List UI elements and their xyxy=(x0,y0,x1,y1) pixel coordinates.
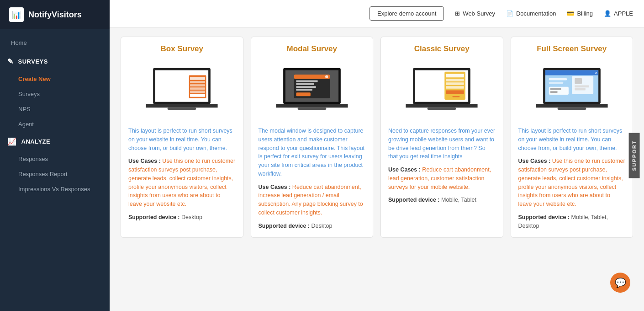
svg-rect-16 xyxy=(296,80,317,82)
card-desc-modal: The modal window is designed to capture … xyxy=(259,127,366,178)
svg-rect-39 xyxy=(549,82,563,84)
svg-rect-29 xyxy=(446,86,464,89)
device-value-modal: Desktop xyxy=(311,223,333,229)
svg-rect-45 xyxy=(550,88,561,90)
billing-icon: 💳 xyxy=(567,10,574,17)
svg-rect-41 xyxy=(575,78,582,84)
use-cases-label-modal: Use Cases : xyxy=(259,184,291,190)
surveys-icon: ✎ xyxy=(7,57,14,66)
survey-cards-grid: Box Survey This layout is perfect to run… xyxy=(121,37,633,238)
user-icon: 👤 xyxy=(604,10,611,17)
svg-rect-14 xyxy=(294,75,330,79)
svg-rect-3 xyxy=(190,77,205,80)
svg-rect-38 xyxy=(549,78,566,80)
support-tab[interactable]: SUPPORT xyxy=(628,133,639,178)
billing-link[interactable]: 💳 Billing xyxy=(567,10,593,17)
card-desc-fullscreen: This layout is perfect to run short surv… xyxy=(518,127,626,152)
card-title-modal: Modal Survey xyxy=(259,44,366,54)
device-label-box: Supported device : xyxy=(128,214,180,220)
svg-rect-10 xyxy=(168,107,196,110)
chat-bubble[interactable]: 💬 xyxy=(610,273,630,293)
svg-rect-44 xyxy=(549,87,568,95)
sidebar-section-analyze: 📈 ANALYZE xyxy=(0,132,110,151)
device-label-modal: Supported device : xyxy=(259,223,310,229)
use-cases-label-box: Use Cases : xyxy=(128,158,161,164)
use-cases-label-fullscreen: Use Cases : xyxy=(518,158,551,164)
logo-icon: 📊 xyxy=(9,7,24,22)
svg-rect-46 xyxy=(550,91,558,93)
svg-rect-26 xyxy=(446,74,464,77)
sidebar-item-create-new[interactable]: Create New xyxy=(0,71,110,86)
sidebar-item-impressions[interactable]: Impressions Vs Responses xyxy=(0,182,110,197)
grid-icon: ⊞ xyxy=(455,10,460,17)
device-label-classic: Supported device : xyxy=(388,197,440,203)
card-image-modal xyxy=(259,60,366,119)
device-value-classic: Mobile, Tablet xyxy=(441,197,476,203)
documentation-link[interactable]: 📄 Documentation xyxy=(506,10,556,17)
main-area: Explore demo account ⊞ Web Survey 📄 Docu… xyxy=(110,0,644,311)
svg-rect-21 xyxy=(276,104,348,107)
svg-rect-31 xyxy=(453,96,460,97)
card-desc-classic: Need to capture responses from your ever… xyxy=(388,127,496,161)
svg-rect-48 xyxy=(557,107,586,110)
svg-rect-22 xyxy=(297,107,326,110)
svg-text:✕: ✕ xyxy=(595,71,598,75)
svg-rect-36 xyxy=(545,70,598,75)
svg-rect-47 xyxy=(536,104,607,107)
card-device-fullscreen: Supported device : Mobile, Tablet, Deskt… xyxy=(518,213,626,231)
survey-card-modal[interactable]: Modal Survey The modal window is designe… xyxy=(251,37,374,238)
sidebar-item-home[interactable]: Home xyxy=(0,34,110,52)
logo-text: NotifyVisitors xyxy=(28,10,82,20)
sidebar-item-agent[interactable]: Agent xyxy=(0,117,110,132)
sidebar-item-responses[interactable]: Responses xyxy=(0,151,110,166)
svg-rect-20 xyxy=(296,92,310,96)
svg-rect-30 xyxy=(446,91,464,94)
device-value-box: Desktop xyxy=(181,214,202,220)
analyze-icon: 📈 xyxy=(7,137,17,146)
survey-card-classic[interactable]: Classic Survey Need to capture responses… xyxy=(380,37,503,238)
svg-rect-43 xyxy=(575,88,586,91)
svg-rect-5 xyxy=(190,84,205,86)
card-image-fullscreen: ✕ xyxy=(518,60,626,119)
svg-rect-4 xyxy=(190,81,205,83)
web-survey-link[interactable]: ⊞ Web Survey xyxy=(455,10,495,17)
sidebar: 📊 NotifyVisitors Home ✎ SURVEYS Create N… xyxy=(0,0,110,311)
card-desc-box: This layout is perfect to run short surv… xyxy=(128,127,236,152)
explore-demo-button[interactable]: Explore demo account xyxy=(370,6,444,21)
content-area: Box Survey This layout is perfect to run… xyxy=(110,27,644,311)
sidebar-item-nps[interactable]: NPS xyxy=(0,102,110,117)
svg-point-15 xyxy=(325,75,328,78)
survey-card-fullscreen[interactable]: Full Screen Survey ✕ This layout is perf… xyxy=(511,37,633,238)
sidebar-section-surveys: ✎ SURVEYS xyxy=(0,52,110,71)
svg-rect-18 xyxy=(296,86,316,88)
card-use-cases-fullscreen: Use Cases : Use this one to run customer… xyxy=(518,157,626,209)
device-label-fullscreen: Supported device : xyxy=(518,214,570,220)
use-cases-value-fullscreen: Use this one to run customer satisfactio… xyxy=(518,158,625,207)
svg-rect-33 xyxy=(428,107,456,110)
card-device-modal: Supported device : Desktop xyxy=(259,222,366,231)
use-cases-value-box: Use this one to run customer satisfactio… xyxy=(128,158,235,207)
svg-rect-8 xyxy=(190,94,205,97)
card-image-box xyxy=(128,60,236,119)
sidebar-logo: 📊 NotifyVisitors xyxy=(0,0,110,29)
sidebar-item-responses-report[interactable]: Responses Report xyxy=(0,166,110,182)
doc-icon: 📄 xyxy=(506,10,513,17)
card-use-cases-modal: Use Cases : Reduce cart abandonment, inc… xyxy=(259,183,366,217)
card-device-classic: Supported device : Mobile, Tablet xyxy=(388,196,496,204)
card-use-cases-classic: Use Cases : Reduce cart abandonment, lea… xyxy=(388,166,496,191)
sidebar-item-surveys[interactable]: Surveys xyxy=(0,86,110,102)
card-title-classic: Classic Survey xyxy=(388,44,496,54)
chat-icon: 💬 xyxy=(615,277,626,288)
sidebar-nav: Home ✎ SURVEYS Create New Surveys NPS Ag… xyxy=(0,29,110,201)
svg-rect-7 xyxy=(190,91,205,93)
svg-rect-17 xyxy=(296,83,314,85)
card-use-cases-box: Use Cases : Use this one to run customer… xyxy=(128,157,236,209)
topbar: Explore demo account ⊞ Web Survey 📄 Docu… xyxy=(110,0,644,27)
user-link[interactable]: 👤 APPLE xyxy=(604,10,633,17)
survey-card-box[interactable]: Box Survey This layout is perfect to run… xyxy=(121,37,243,238)
svg-rect-28 xyxy=(446,82,464,85)
svg-rect-42 xyxy=(575,86,589,88)
svg-rect-27 xyxy=(446,79,464,81)
svg-rect-19 xyxy=(296,89,312,91)
svg-rect-6 xyxy=(190,87,205,90)
